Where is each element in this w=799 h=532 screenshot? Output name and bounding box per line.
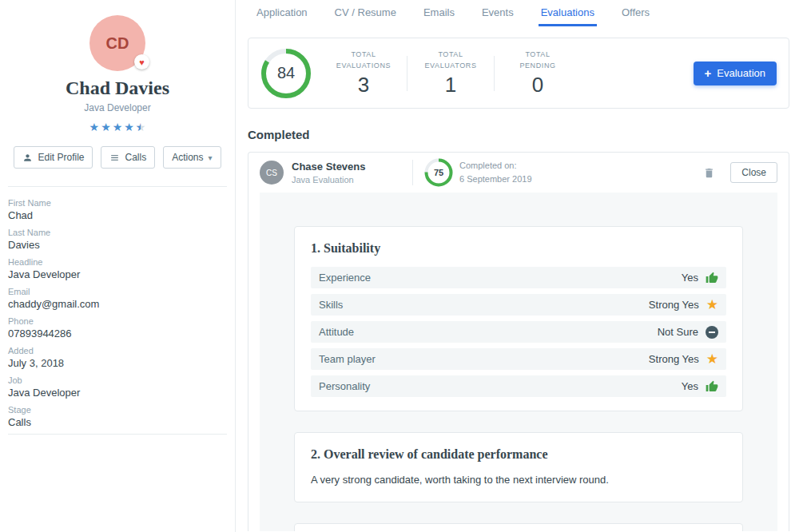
review-text: A very strong candidate, worth taking to… <box>311 473 726 488</box>
field-label: First Name <box>8 197 227 208</box>
favorite-heart-badge[interactable]: ♥ <box>134 54 149 69</box>
evaluation-stats: TOTAL EVALUATIONS 3 TOTAL EVALUATORS 1 T… <box>320 50 581 96</box>
field-label: Headline <box>8 256 227 268</box>
criterion-label: Personality <box>319 380 370 392</box>
criterion-value: Not Sure <box>658 326 698 338</box>
suitability-row-attitude: Attitude Not Sure <box>311 321 726 343</box>
stat-value: 3 <box>334 73 393 97</box>
star-icon: ★ <box>706 352 718 366</box>
field-label: Last Name <box>8 227 227 238</box>
completed-on-label: Completed on: <box>459 159 532 173</box>
star-icon: ★ <box>706 298 718 312</box>
profile-actions-row: Edit Profile Calls Actions ▾ <box>0 146 235 169</box>
evaluation-score-value: 75 <box>424 158 453 187</box>
sidebar-divider-bottom <box>8 434 227 435</box>
thumbs-up-icon <box>706 272 718 284</box>
field-value: Calls <box>8 416 227 428</box>
criterion-label: Experience <box>319 272 371 284</box>
star-half-icon: ★ ★ <box>136 121 146 133</box>
criterion-value: Yes <box>682 272 698 284</box>
completed-heading: Completed <box>248 128 799 141</box>
chevron-down-icon: ▾ <box>209 153 213 162</box>
criterion-value: Strong Yes <box>649 353 699 365</box>
tab-events[interactable]: Events <box>479 0 516 26</box>
tab-emails[interactable]: Emails <box>421 0 457 26</box>
completed-evaluation-card: CS Chase Stevens Java Evaluation 75 Comp… <box>248 152 789 531</box>
delete-evaluation-button[interactable] <box>702 165 717 181</box>
field-value: July 3, 2018 <box>8 357 227 369</box>
actions-button[interactable]: Actions ▾ <box>163 146 221 169</box>
suitability-rows: Experience Yes Skills Strong Y <box>311 267 726 397</box>
field-last-name: Last Name Davies <box>8 227 227 251</box>
star-icon: ★ <box>124 121 134 133</box>
calls-button[interactable]: Calls <box>101 146 155 169</box>
calls-label: Calls <box>125 152 146 163</box>
overall-score-ring: 84 <box>260 48 312 99</box>
candidate-headline: Java Developer <box>0 102 235 113</box>
candidate-avatar-wrap: CD ♥ <box>89 15 145 71</box>
criterion-value: Strong Yes <box>649 299 699 311</box>
list-icon <box>109 153 120 163</box>
tab-cv-resume[interactable]: CV / Resume <box>332 0 399 26</box>
candidate-name: Chad Davies <box>0 77 235 98</box>
suitability-row-personality: Personality Yes <box>311 375 726 397</box>
evaluator-name-block: Chase Stevens Java Evaluation <box>292 161 366 185</box>
field-label: Added <box>8 345 227 356</box>
field-label: Stage <box>8 404 227 415</box>
evaluation-header: CS Chase Stevens Java Evaluation 75 Comp… <box>248 153 789 193</box>
field-value: chaddy@gmail.com <box>8 298 227 310</box>
question-card-overall-review: 2. Overall review of candidate performan… <box>294 432 743 502</box>
field-phone: Phone 07893944286 <box>8 316 227 339</box>
field-value: Chad <box>8 209 227 221</box>
suitability-row-team-player: Team player Strong Yes ★ <box>311 348 726 370</box>
add-evaluation-label: Evaluation <box>717 67 765 79</box>
stat-value: 0 <box>508 73 567 97</box>
completed-on-block: Completed on: 6 September 2019 <box>459 159 532 186</box>
question-title: 1. Suitability <box>311 240 726 256</box>
question-card-suitability: 1. Suitability Experience Yes <box>294 226 743 411</box>
person-icon <box>22 153 33 163</box>
evaluator-name: Chase Stevens <box>292 161 366 173</box>
rating-stars[interactable]: ★ ★ ★ ★ ★ ★ <box>0 121 235 133</box>
field-value: Java Developer <box>8 268 227 280</box>
field-headline: Headline Java Developer <box>8 256 227 280</box>
edit-profile-label: Edit Profile <box>38 152 84 163</box>
star-icon: ★ <box>89 121 100 133</box>
main-content: Application CV / Resume Emails Events Ev… <box>237 0 799 532</box>
star-icon: ★ <box>113 121 123 133</box>
field-added: Added July 3, 2018 <box>8 345 227 369</box>
add-evaluation-button[interactable]: + Evaluation <box>694 62 777 85</box>
overall-score-value: 84 <box>260 48 312 99</box>
field-value: Java Developer <box>8 387 227 399</box>
criterion-label: Team player <box>319 353 376 365</box>
tab-application[interactable]: Application <box>254 0 310 26</box>
candidate-fields: First Name Chad Last Name Davies Headlin… <box>0 187 235 428</box>
field-label: Email <box>8 286 227 297</box>
criterion-label: Attitude <box>319 326 354 338</box>
profile-tabs: Application CV / Resume Emails Events Ev… <box>237 0 799 26</box>
header-divider <box>412 160 413 185</box>
evaluation-body: 1. Suitability Experience Yes <box>260 193 777 531</box>
suitability-row-experience: Experience Yes <box>311 267 726 288</box>
candidate-profile-page: CD ♥ Chad Davies Java Developer ★ ★ ★ ★ … <box>0 0 799 532</box>
field-label: Phone <box>8 316 227 327</box>
tab-evaluations[interactable]: Evaluations <box>539 0 597 26</box>
field-stage: Stage Calls <box>8 404 227 428</box>
question-title: 2. Overall review of candidate performan… <box>311 447 726 462</box>
evaluation-score-ring: 75 <box>424 158 453 187</box>
evaluation-type: Java Evaluation <box>292 175 366 185</box>
criterion-label: Skills <box>319 299 343 311</box>
criterion-value: Yes <box>682 380 698 392</box>
stat-value: 1 <box>421 73 480 97</box>
stat-label: TOTAL EVALUATORS <box>421 50 480 72</box>
field-first-name: First Name Chad <box>8 197 227 221</box>
field-label: Job <box>8 375 227 386</box>
stat-label: TOTAL PENDING <box>508 50 567 72</box>
close-evaluation-button[interactable]: Close <box>730 162 777 183</box>
field-value: 07893944286 <box>8 328 227 339</box>
suitability-row-skills: Skills Strong Yes ★ <box>311 294 726 316</box>
tab-offers[interactable]: Offers <box>619 0 652 26</box>
edit-profile-button[interactable]: Edit Profile <box>14 146 93 169</box>
field-job: Job Java Developer <box>8 375 227 399</box>
stat-label: TOTAL EVALUATIONS <box>334 50 393 72</box>
